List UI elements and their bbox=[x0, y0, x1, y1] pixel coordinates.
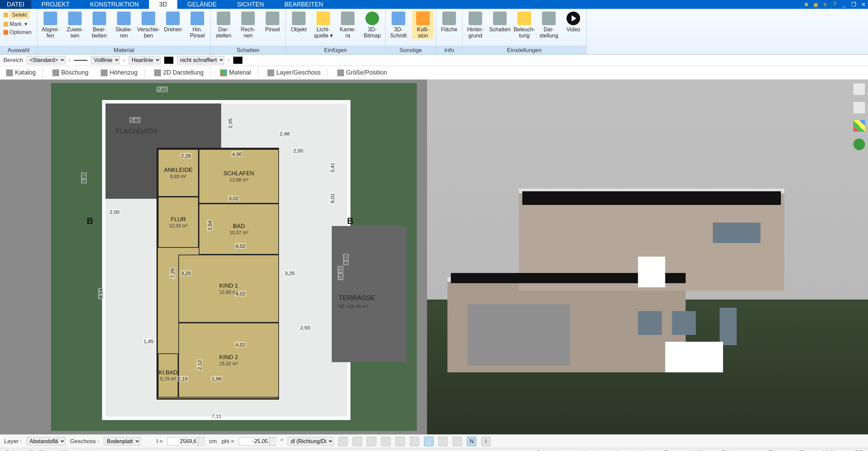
ribbon-pinsel[interactable]: Pinsel bbox=[262, 10, 283, 33]
toolbar-icon-3[interactable]: ↻ bbox=[820, 0, 830, 9]
room-flachdach: FLACHDACH bbox=[116, 127, 157, 135]
bottom-icon-grid[interactable] bbox=[453, 437, 462, 446]
ribbon-hin-pinsel[interactable]: Hin. Pinsel bbox=[186, 10, 208, 39]
menu-bearbeiten[interactable]: BEARBEITEN bbox=[274, 0, 333, 9]
bottom-icon-clock[interactable] bbox=[338, 437, 348, 446]
menu-sichten[interactable]: SICHTEN bbox=[227, 0, 274, 9]
l-spinner[interactable] bbox=[198, 437, 204, 446]
dl-select[interactable]: dl (Richtung/Di bbox=[288, 437, 333, 446]
ribbon-rechnen[interactable]: Rech- nen bbox=[237, 10, 259, 39]
area-icon bbox=[442, 12, 456, 25]
l-label: l = bbox=[157, 438, 163, 445]
side-layers-icon[interactable] bbox=[853, 83, 865, 95]
ribbon: Selekt Mark. ▾ Optionen Auswahl Abgrei- … bbox=[0, 9, 868, 54]
help-icon[interactable]: ? bbox=[830, 0, 839, 9]
tab-katalog[interactable]: Katalog bbox=[3, 68, 43, 78]
ribbon-abgreifen[interactable]: Abgrei- fen bbox=[39, 10, 61, 39]
house-3d bbox=[447, 182, 805, 372]
tab-hoehenzug[interactable]: Höhenzug bbox=[98, 68, 145, 78]
tab-2d-darstellung[interactable]: 2D Darstellung bbox=[151, 68, 211, 78]
linestyle-select[interactable]: Volllinie bbox=[91, 56, 120, 64]
phi-input[interactable] bbox=[239, 437, 269, 446]
hatch-select[interactable]: nicht schraffiert bbox=[177, 56, 224, 64]
ribbon-drehen[interactable]: Drehen bbox=[162, 10, 184, 33]
ribbon-hintergrund[interactable]: Hinter- grund bbox=[464, 10, 486, 39]
geschoss-select[interactable]: Bodenplatt bbox=[104, 437, 140, 446]
geschoss-label: Geschoss : bbox=[70, 438, 99, 445]
ribbon-bearbeiten[interactable]: Bear- beiten bbox=[88, 10, 110, 39]
ribbon-title-material: Material bbox=[37, 46, 210, 54]
viewport-3d[interactable] bbox=[427, 80, 868, 434]
ribbon-skalieren[interactable]: Skalie- ren bbox=[113, 10, 135, 39]
ribbon-darstellung[interactable]: Dar- stellung bbox=[538, 10, 560, 39]
haarlinie-select[interactable]: Haarlinie bbox=[129, 56, 161, 64]
ribbon-3d-bitmap[interactable]: 3D- Bitmap bbox=[361, 10, 383, 39]
mark-button[interactable]: Mark. bbox=[10, 21, 23, 27]
bottom-icon-5[interactable] bbox=[395, 437, 405, 446]
layer-select[interactable]: Abstandsflä bbox=[27, 437, 65, 446]
slope-icon bbox=[52, 69, 59, 76]
dim-top: 7,41 bbox=[157, 86, 168, 92]
menu-3d[interactable]: 3D bbox=[149, 0, 177, 9]
ribbon-title-einstellungen: Einstellungen bbox=[462, 46, 586, 54]
side-furniture-icon[interactable] bbox=[853, 101, 865, 114]
dim-402c: 4,02 bbox=[235, 342, 246, 348]
bottom-icon-4[interactable] bbox=[381, 437, 391, 446]
dim-295: 2,95 bbox=[227, 118, 233, 129]
ribbon-flaeche[interactable]: Fläche bbox=[438, 10, 460, 33]
side-materials-icon[interactable] bbox=[853, 120, 865, 132]
toolbar-icon-2[interactable]: ▣ bbox=[811, 0, 820, 9]
viewport-2d[interactable]: FLACHDACH TERRASSENF >28,46 m² ANKLEIDE6… bbox=[0, 80, 420, 434]
dim-145: 1,45 bbox=[143, 338, 154, 344]
ribbon-kamera[interactable]: Kame- ra bbox=[337, 10, 359, 39]
tab-boeschung[interactable]: Böschung bbox=[50, 68, 91, 78]
menu-gelaende[interactable]: GELÄNDE bbox=[177, 0, 227, 9]
tab-material[interactable]: Material bbox=[217, 68, 258, 78]
kind2-area: 15,32 m² bbox=[219, 361, 238, 366]
color-swatch-1[interactable] bbox=[164, 57, 174, 64]
bulb-icon bbox=[316, 12, 330, 25]
ribbon-3d-schnitt[interactable]: 3D- Schnitt bbox=[388, 10, 409, 39]
ribbon-lichtquelle[interactable]: Licht- quelle ▾ bbox=[312, 10, 334, 39]
side-tree-icon[interactable] bbox=[853, 138, 865, 150]
menu-konstruktion[interactable]: KONSTRUKTION bbox=[80, 0, 149, 9]
layer-label: Layer : bbox=[4, 438, 22, 445]
ribbon-schatten[interactable]: Schatten bbox=[489, 10, 511, 33]
ribbon-verschieben[interactable]: Verschie- ben bbox=[137, 10, 159, 39]
toolbar-icon-1[interactable]: ✖ bbox=[801, 0, 811, 9]
ribbon-objekt[interactable]: Objekt bbox=[288, 10, 310, 33]
window-minimize[interactable]: _ bbox=[839, 0, 849, 9]
bottom-icon-7[interactable] bbox=[424, 437, 433, 446]
bottom-icon-8[interactable] bbox=[438, 437, 448, 446]
status-x: X: bbox=[612, 450, 623, 451]
l-input[interactable] bbox=[167, 437, 198, 446]
section-icon bbox=[392, 12, 405, 25]
bottom-icon-2[interactable] bbox=[353, 437, 362, 446]
window-close[interactable]: ✕ bbox=[858, 0, 868, 9]
bereich-select[interactable]: <Standard> bbox=[27, 56, 65, 64]
ribbon-kollision[interactable]: Kolli- sion bbox=[412, 10, 434, 39]
options-button[interactable]: Optionen bbox=[10, 29, 32, 35]
phi-spinner[interactable] bbox=[269, 437, 276, 446]
ribbon-video[interactable]: Video bbox=[562, 10, 584, 33]
bottom-icon-3[interactable] bbox=[367, 437, 376, 446]
bottom-icon-6[interactable] bbox=[410, 437, 419, 446]
dim-601: 6,01 bbox=[329, 193, 335, 204]
tab-layer-geschoss[interactable]: Layer/Geschoss bbox=[265, 68, 328, 78]
menu-projekt[interactable]: PROJEKT bbox=[31, 0, 80, 9]
window-restore[interactable]: ❐ bbox=[849, 0, 858, 9]
ribbon-beleuchtung[interactable]: Beleuch- tung bbox=[513, 10, 535, 39]
phi-label: phi = bbox=[222, 438, 234, 445]
tab-groesse-position[interactable]: Größe/Position bbox=[334, 68, 390, 78]
status-sel: 1:1 sel bbox=[576, 450, 599, 451]
height-icon bbox=[101, 69, 108, 76]
ribbon-darstellen[interactable]: Dar- stellen bbox=[213, 10, 234, 39]
select-button[interactable]: Selekt bbox=[10, 11, 29, 19]
bottom-icon-info[interactable]: i bbox=[481, 437, 491, 446]
ribbon-zuweisen[interactable]: Zuwei- sen bbox=[64, 10, 86, 39]
flur-area: 12,33 m² bbox=[169, 223, 187, 228]
menu-datei[interactable]: DATEI bbox=[0, 0, 31, 9]
bottom-icon-n[interactable]: N bbox=[467, 437, 476, 446]
color-swatch-2[interactable] bbox=[233, 57, 243, 64]
dim-219: 2,19 bbox=[177, 376, 188, 382]
